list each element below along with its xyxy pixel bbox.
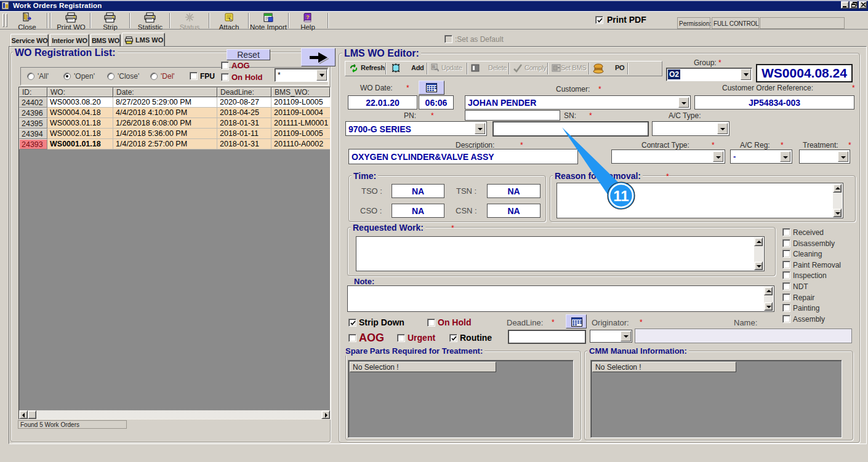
svg-text:11: 11 (613, 188, 629, 204)
svg-text:?: ? (306, 14, 310, 20)
svg-text:B: B (432, 65, 435, 69)
